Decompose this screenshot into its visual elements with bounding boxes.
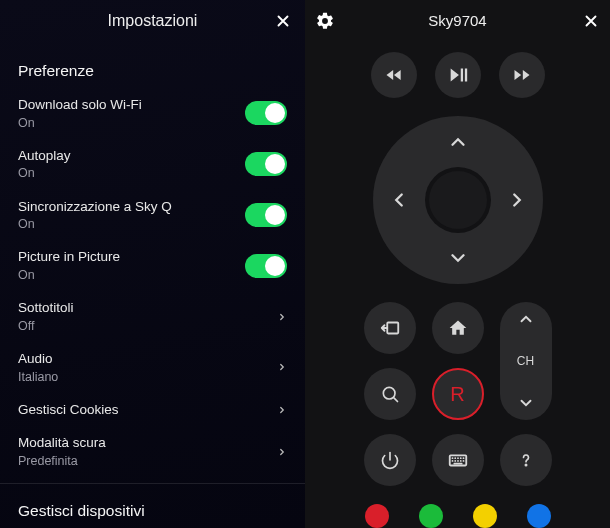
chevron-right-icon [277,360,287,374]
play-pause-button[interactable] [435,52,481,98]
svg-point-3 [525,464,526,465]
record-button[interactable]: R [432,368,484,420]
keyboard-icon [447,449,469,471]
setting-sub: Predefinita [18,453,106,469]
color-buttons-row [365,504,551,528]
preferences-heading: Preferenze [0,42,305,88]
remote-panel: Sky9704 [305,0,610,528]
chevron-right-icon [277,310,287,324]
dpad [373,116,543,284]
channel-rocker: CH [500,302,552,420]
channel-label: CH [517,354,534,368]
back-icon [379,317,401,339]
toggle-autoplay[interactable] [245,152,287,176]
remote-device-name: Sky9704 [428,12,486,29]
settings-header: Impostazioni [0,0,305,42]
chevron-right-icon [506,189,528,211]
color-button-blue[interactable] [527,504,551,528]
power-button[interactable] [364,434,416,486]
rewind-button[interactable] [371,52,417,98]
record-label: R [450,383,464,406]
setting-download-wifi[interactable]: Download solo Wi-Fi On [0,88,305,139]
chevron-down-icon [517,394,535,412]
setting-sub: On [18,267,120,283]
setting-label: Sincronizzazione a Sky Q [18,198,172,216]
back-button[interactable] [364,302,416,354]
svg-rect-0 [387,323,398,334]
close-icon [582,12,600,30]
power-icon [380,450,400,470]
close-icon [274,12,292,30]
dpad-left-button[interactable] [379,180,419,220]
dpad-right-button[interactable] [497,180,537,220]
color-button-red[interactable] [365,504,389,528]
setting-pip[interactable]: Picture in Picture On [0,240,305,291]
settings-title: Impostazioni [108,12,198,30]
channel-up-button[interactable] [517,310,535,328]
chevron-up-icon [447,131,469,153]
setting-audio[interactable]: Audio Italiano [0,342,305,393]
close-remote-button[interactable] [582,12,600,30]
setting-label: Autoplay [18,147,71,165]
setting-label: Sottotitoli [18,299,74,317]
setting-dark-mode[interactable]: Modalità scura Predefinita [0,426,305,477]
channel-down-button[interactable] [517,394,535,412]
setting-sync-skyq[interactable]: Sincronizzazione a Sky Q On [0,190,305,241]
search-icon [380,384,400,404]
remote-settings-button[interactable] [315,11,335,31]
nav-row-1: R CH [364,302,552,420]
nav-row-2 [364,434,552,486]
dpad-select-button[interactable] [429,171,487,229]
home-button[interactable] [432,302,484,354]
setting-autoplay[interactable]: Autoplay On [0,139,305,190]
setting-label: Download solo Wi-Fi [18,96,142,114]
setting-cookies[interactable]: Gestisci Cookies [0,393,305,427]
setting-label: Modalità scura [18,434,106,452]
play-pause-icon [447,64,469,86]
chevron-right-icon [277,445,287,459]
toggle-sync-skyq[interactable] [245,203,287,227]
help-button[interactable] [500,434,552,486]
close-settings-button[interactable] [271,9,295,33]
remote-header: Sky9704 [305,0,610,42]
setting-sub: Off [18,318,74,334]
setting-sub: On [18,216,172,232]
color-button-yellow[interactable] [473,504,497,528]
devices-heading: Gestisci dispositivi [0,483,305,520]
chevron-up-icon [517,310,535,328]
fast-forward-icon [512,65,532,85]
dpad-up-button[interactable] [438,122,478,162]
setting-label: Audio [18,350,58,368]
question-icon [516,450,536,470]
fast-forward-button[interactable] [499,52,545,98]
setting-sub: Italiano [18,369,58,385]
media-controls [371,52,545,98]
keyboard-button[interactable] [432,434,484,486]
chevron-right-icon [277,403,287,417]
color-button-green[interactable] [419,504,443,528]
svg-point-1 [383,387,395,399]
home-icon [448,318,468,338]
dpad-down-button[interactable] [438,238,478,278]
setting-subtitles[interactable]: Sottotitoli Off [0,291,305,342]
toggle-download-wifi[interactable] [245,101,287,125]
search-button[interactable] [364,368,416,420]
setting-sub: On [18,115,142,131]
setting-label: Gestisci Cookies [18,401,119,419]
chevron-down-icon [447,247,469,269]
toggle-pip[interactable] [245,254,287,278]
chevron-left-icon [388,189,410,211]
setting-label: Picture in Picture [18,248,120,266]
rewind-icon [384,65,404,85]
setting-sub: On [18,165,71,181]
settings-panel: Impostazioni Preferenze Download solo Wi… [0,0,305,528]
gear-icon [315,11,335,31]
